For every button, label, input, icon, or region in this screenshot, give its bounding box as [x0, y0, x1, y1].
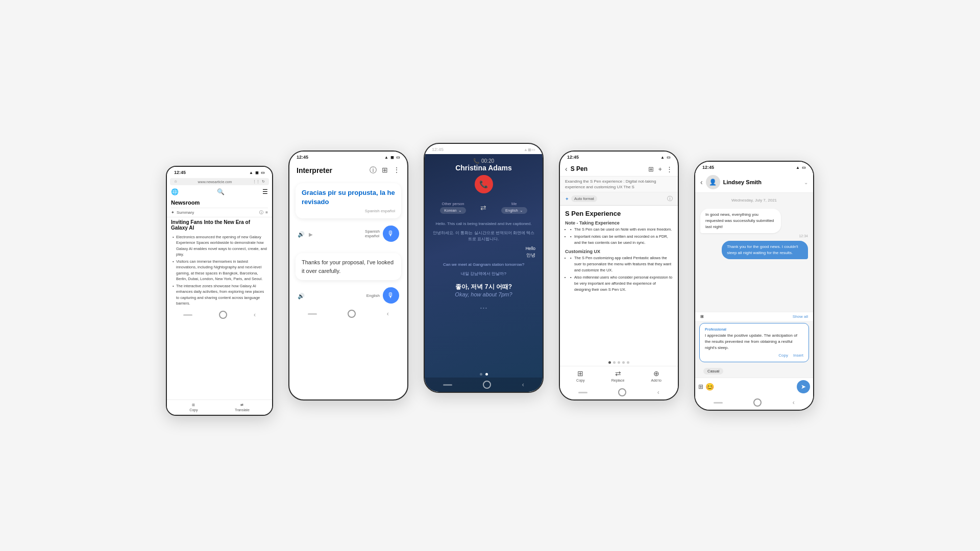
nav-home-3[interactable]: [483, 381, 491, 389]
end-call-area: 📞: [425, 172, 543, 196]
copy-button[interactable]: ⊞ Copy: [189, 403, 198, 412]
speaker-icon[interactable]: [298, 229, 305, 238]
other-lang: Korean: [444, 208, 456, 213]
expand-icon[interactable]: ⊞: [648, 165, 654, 173]
back-arrow-4[interactable]: ‹: [565, 165, 568, 173]
cdot-4: [622, 361, 625, 364]
url-bar[interactable]: ☆ www.newsarticle.com ⋮⋮ ↻: [170, 178, 269, 185]
page-dots: [425, 371, 543, 378]
call-info: 📞 00:20 Christina Adams 📞: [425, 154, 543, 198]
spen-title: S Pen: [571, 165, 587, 172]
spen-bottom-bar: ⊞ Copy ⇄ Replace ⊕ Add to: [560, 366, 678, 385]
spen-header-left: ‹ S Pen: [565, 165, 587, 173]
contact-chevron[interactable]: ⌄: [804, 180, 808, 185]
question-en: Can we meet at Gangnam station tomorrow?: [432, 262, 535, 268]
copy-btn-4[interactable]: ⊞ Copy: [576, 369, 584, 382]
nav-apps-3: [443, 384, 452, 386]
add-icon[interactable]: +: [658, 165, 662, 173]
emoji-btn[interactable]: 😊: [705, 383, 714, 391]
insert-sug-btn[interactable]: Insert: [793, 353, 803, 358]
mic-button-2[interactable]: 🎙: [383, 287, 399, 304]
menu-icon[interactable]: ⋮⋮: [253, 180, 260, 184]
nav-apps-5: [714, 402, 723, 404]
nav-back-3[interactable]: ‹: [522, 381, 524, 388]
battery-icon-2: ▭: [396, 155, 400, 160]
call-timer: 00:20: [481, 158, 494, 164]
nav-home[interactable]: [219, 311, 227, 319]
bullet-2: Visitors can immerse themselves in laste…: [171, 259, 268, 282]
battery-icon: ▭: [261, 170, 265, 175]
headline: Inviting Fans Into the New Era of Galaxy…: [167, 217, 272, 233]
nav-back[interactable]: ‹: [254, 311, 256, 318]
info-icon-2[interactable]: ⓘ: [370, 166, 377, 175]
nav-back-5[interactable]: ‹: [793, 399, 795, 406]
replace-btn[interactable]: ⇄ Replace: [611, 369, 625, 382]
refresh-icon[interactable]: ↻: [262, 180, 265, 184]
nav-home-2[interactable]: [348, 310, 356, 318]
status-bar-5: 12:45 ▲ ▭: [695, 162, 813, 172]
page-dot-2: [485, 373, 488, 375]
input-area: ⊞ 😊 ➤: [695, 378, 813, 395]
me-label: Me: [511, 202, 517, 206]
signal-icon: ◼: [255, 170, 259, 175]
auto-format-tag[interactable]: Auto format: [571, 195, 597, 202]
nav-home-4[interactable]: [618, 388, 626, 396]
battery-icon-5: ▭: [802, 165, 806, 170]
phones-container: 12:45 ▲ ◼ ▭ ☆ www.newsarticle.com ⋮⋮ ↻ 🌐…: [145, 105, 835, 446]
english-text: Thanks for your proposal, I've looked it…: [302, 258, 395, 275]
mic-button-1[interactable]: 🎙: [383, 226, 399, 242]
suggest-en: Okay, how about 7pm?: [435, 291, 532, 297]
subtitle-korean: 안녕하세요. 이 통화는 실시간으로 번역되어 화면에 텍스트로 표시됩니다.: [432, 230, 535, 242]
caller-name: Christina Adams: [425, 164, 543, 172]
status-bar-1: 12:45 ▲ ◼ ▭: [167, 167, 272, 177]
copy-sug-btn[interactable]: Copy: [778, 353, 788, 358]
send-btn[interactable]: ➤: [797, 380, 810, 393]
sparkle-icon-4: ✦: [565, 196, 569, 202]
swap-icon[interactable]: ⇄: [480, 204, 486, 212]
battery-icon-4: ▭: [667, 155, 671, 160]
me-lang-pill[interactable]: English ⌄: [501, 207, 527, 214]
search-icon[interactable]: 🔍: [217, 188, 225, 195]
speaker-icon-2[interactable]: [298, 291, 305, 300]
casual-tag[interactable]: Casual: [703, 368, 723, 374]
suggestion-tag: Professional: [705, 328, 803, 331]
info-icon-4[interactable]: ⓘ: [667, 195, 673, 203]
suggestion-text: I appreciate the positive update. The an…: [705, 333, 803, 351]
phone-icon: 📞: [473, 158, 479, 164]
suggestion-actions: Copy Insert: [705, 353, 803, 358]
end-call-button[interactable]: 📞: [475, 175, 493, 193]
spen-header-icons: ⊞ + ⋮: [648, 165, 673, 173]
suggest-ko: 좋아, 저녁 7시 어때?: [435, 283, 532, 291]
time-3: 12:45: [432, 147, 444, 152]
bullet-1-1: The S Pen can be used on Note with even …: [570, 227, 673, 233]
wifi-icon: ▲: [249, 170, 253, 175]
nav-bar-3: ‹: [425, 378, 543, 392]
bullet-2-2: Also millennial users who consider perso…: [570, 274, 673, 293]
contact-avatar: 👤: [706, 175, 720, 189]
more-icon[interactable]: ⋮: [393, 166, 400, 175]
send-button[interactable]: ➤: [797, 380, 810, 393]
nav-back-4[interactable]: ‹: [657, 389, 659, 396]
other-lang-pill[interactable]: Korean ⌄: [440, 207, 465, 214]
wifi-icon-2: ▲: [384, 155, 388, 160]
cdot-1: [608, 361, 611, 364]
grid-icon[interactable]: ⊞: [382, 166, 388, 175]
hamburger-icon[interactable]: ☰: [262, 188, 268, 195]
add-to-btn[interactable]: ⊕ Add to: [651, 369, 662, 382]
phone-interpreter: 12:45 ▲ ◼ ▭ Interpreter ⓘ ⊞ ⋮ Gracias pi…: [288, 151, 408, 400]
received-msg: In good news, everything you requested w…: [700, 209, 781, 233]
summary-bar: ✦ Summary ⓘ ≡: [167, 208, 272, 217]
show-all-btn[interactable]: Show all: [793, 314, 808, 319]
back-arrow-5[interactable]: ‹: [700, 178, 703, 186]
translate-icon: ⇄: [240, 403, 243, 407]
cdot-3: [618, 361, 620, 364]
more-icon-4[interactable]: ⋮: [666, 165, 673, 173]
bullet-3: The interactive zones showcase how Galax…: [171, 283, 268, 306]
chevron-me: ⌄: [520, 208, 523, 213]
nav-home-5[interactable]: [753, 398, 762, 407]
phone-messages: 12:45 ▲ ▭ ‹ 👤 Lindsey Smith ⌄ Wednesday,…: [694, 161, 814, 411]
play-icon[interactable]: [309, 229, 313, 238]
mic-icon-2: 🎙: [387, 291, 395, 299]
nav-back-2[interactable]: ‹: [387, 310, 389, 317]
translate-button[interactable]: ⇄ Translate: [235, 403, 250, 412]
